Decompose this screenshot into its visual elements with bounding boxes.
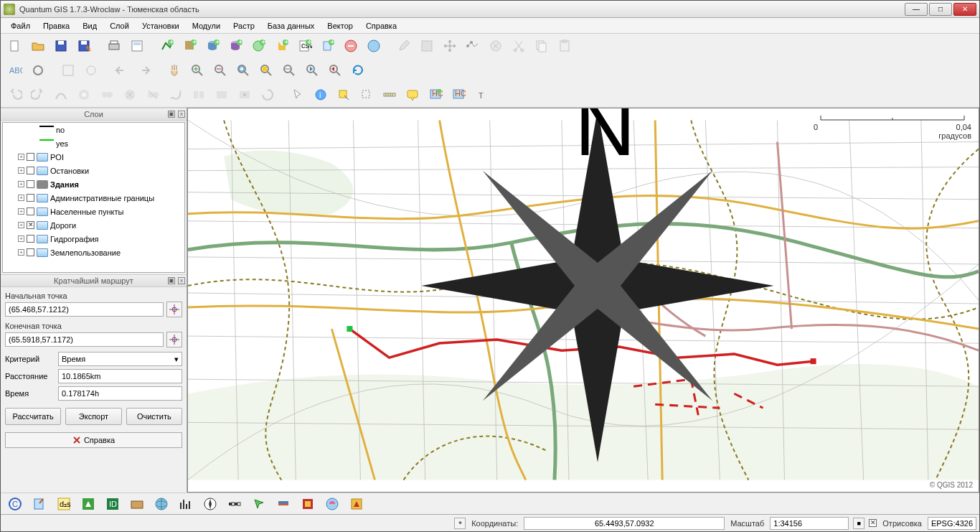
map-canvas[interactable]: 0 0,04 градусов N © QGIS 2012 [187,108,979,493]
layer-checkbox[interactable] [27,194,34,202]
add-raster-icon[interactable]: + [180,36,200,56]
paste-icon[interactable] [555,36,575,56]
zoom-out-icon[interactable] [210,60,230,80]
plugin-d2s-icon[interactable]: d₂s [54,494,74,514]
plugin-scalebar-icon[interactable] [225,494,245,514]
plugin-roadgraph-icon[interactable] [347,494,367,514]
layer-checkbox[interactable] [27,248,34,256]
split-icon[interactable] [189,85,209,105]
plugin-globe-icon[interactable] [151,494,171,514]
maximize-button[interactable]: □ [929,3,952,16]
bookmark-show-icon[interactable]: HOME [448,85,468,105]
menu-database[interactable]: База данных [262,19,321,32]
route-pin-icon[interactable]: ▣ [168,277,175,284]
edit-toggle-icon[interactable] [394,36,414,56]
menu-settings[interactable]: Установки [136,19,185,32]
clear-button[interactable]: Очистить [126,408,182,425]
undo-icon2[interactable] [111,60,131,80]
node-tool-icon[interactable] [463,36,483,56]
delete-ring-icon[interactable] [120,85,140,105]
redo-icon[interactable] [28,85,48,105]
print-composer-icon[interactable] [104,36,124,56]
add-part-icon[interactable] [97,85,117,105]
pan-icon[interactable] [164,60,184,80]
wfs-icon[interactable] [364,36,384,56]
layer-checkbox[interactable] [27,153,34,161]
zoom-next-icon[interactable] [325,60,345,80]
plugin-northarrow-icon[interactable] [200,494,220,514]
zoom-full-icon[interactable] [233,60,253,80]
new-project-icon[interactable] [5,36,25,56]
menu-raster[interactable]: Растр [227,19,260,32]
zoom-in-icon[interactable] [187,60,207,80]
pointer-icon[interactable] [288,85,308,105]
render-checkbox[interactable] [869,519,877,527]
add-wms-icon[interactable]: + [249,36,269,56]
undo-icon[interactable] [5,85,25,105]
tree-toggle-icon[interactable]: + [18,154,24,160]
layer-row[interactable]: +Землепользование [3,246,184,259]
simplify-icon[interactable] [51,85,71,105]
menu-view[interactable]: Вид [77,19,103,32]
tree-toggle-icon[interactable]: + [18,235,24,242]
plugin-histogram-icon[interactable] [176,494,196,514]
add-spatialite-icon[interactable]: + [226,36,246,56]
plugin-ftools-icon[interactable]: ID [103,494,123,514]
calculate-button[interactable]: Рассчитать [5,408,61,425]
plugin-dxf-icon[interactable] [29,494,50,514]
move-feature-icon[interactable] [440,36,460,56]
minimize-button[interactable]: — [905,3,928,16]
stop-render-icon[interactable]: ■ [853,518,864,529]
delete-part-icon[interactable] [143,85,163,105]
plugin-spit-icon[interactable] [273,494,293,514]
gps-icon[interactable] [81,60,101,80]
save-as-icon[interactable]: ✎ [74,36,94,56]
rotate-icon[interactable] [258,85,278,105]
layer-row[interactable]: +Административные границы [3,191,184,205]
zoom-selection-icon[interactable] [256,60,276,80]
tree-toggle-icon[interactable]: + [18,208,24,215]
crs-button[interactable]: EPSG:4326 [928,517,976,530]
layer-row[interactable]: +Остановки [3,164,184,177]
measure-icon[interactable] [380,85,400,105]
reshape-icon[interactable] [166,85,186,105]
menu-layer[interactable]: Слой [104,19,135,32]
tree-toggle-icon[interactable]: + [18,249,24,256]
remove-layer-icon[interactable] [341,36,361,56]
layers-tree[interactable]: noyes+POI+Остановки+Здания+Административ… [2,122,185,273]
layers-pin-icon[interactable]: ▣ [168,111,175,118]
layer-row[interactable]: no [3,123,184,136]
coord-field[interactable]: 65.4493,57.0932 [524,517,725,530]
deselect-icon[interactable] [357,85,377,105]
plugin-gdal-icon[interactable] [127,494,147,514]
export-button[interactable]: Экспорт [65,408,121,425]
layer-checkbox[interactable] [27,167,34,174]
plugin-osm-icon[interactable] [322,494,342,514]
open-project-icon[interactable] [28,36,48,56]
tree-toggle-icon[interactable]: + [18,181,24,187]
tree-toggle-icon[interactable]: + [18,222,24,228]
route-close-icon[interactable]: x [178,277,185,284]
plugin-evis-icon[interactable] [78,494,98,514]
merge-attr-icon[interactable] [235,85,255,105]
add-ring-icon[interactable] [74,85,94,105]
start-point-input[interactable] [5,302,164,317]
style-icon[interactable] [28,60,48,80]
new-shapefile-icon[interactable]: + [318,36,338,56]
zoom-last-icon[interactable] [302,60,322,80]
layer-checkbox[interactable] [27,235,34,243]
criterion-select[interactable]: Время▾ [58,352,182,366]
menu-file[interactable]: Файл [5,19,36,32]
georeference-icon[interactable] [58,60,78,80]
refresh-icon[interactable] [348,60,368,80]
composer-manager-icon[interactable] [127,36,147,56]
bookmark-new-icon[interactable]: HOME [425,85,446,105]
layer-checkbox[interactable] [27,221,34,229]
layer-row[interactable]: +Здания [3,177,184,191]
save-project-icon[interactable] [51,36,71,56]
close-button[interactable]: ✕ [953,3,976,16]
layer-row[interactable]: +Гидрография [3,232,184,246]
identify-icon[interactable]: i [311,85,331,105]
add-postgis-icon[interactable]: + [203,36,223,56]
save-edits-icon[interactable] [417,36,437,56]
